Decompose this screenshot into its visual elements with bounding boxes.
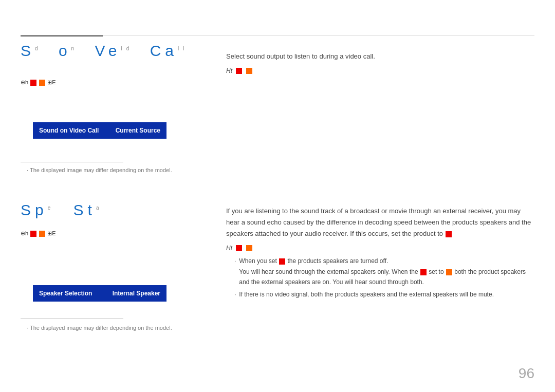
bullet-text-1: When you set the products speakers are t… xyxy=(239,256,534,287)
s1-icon-orange xyxy=(39,80,45,86)
section1-title-area: Sd on Veid Call xyxy=(21,42,189,59)
s1-icon-label: ⊕h xyxy=(21,79,28,86)
section2-title-area: Spe Sta xyxy=(21,201,103,218)
section2-right-panel: If you are listening to the sound track … xyxy=(226,206,534,302)
section2-bullet-list: ∙ When you set the products speakers are… xyxy=(234,256,534,300)
s2-desc-icon xyxy=(446,231,452,237)
page-number: 96 xyxy=(519,365,534,382)
section2-description: If you are listening to the sound track … xyxy=(226,206,534,239)
section1-menu-left: Sound on Video Call xyxy=(39,127,99,134)
section2-divider xyxy=(21,319,123,319)
bullet-text-2: If there is no video signal, both the pr… xyxy=(239,289,494,300)
section2-menu-left: Speaker Selection xyxy=(39,290,92,297)
section2-icon-row: ⊕h ⊞E xyxy=(21,230,55,237)
title2-char1: Spe xyxy=(21,201,54,218)
title1-char3: on xyxy=(59,42,78,59)
section2-hint-label: Ht xyxy=(226,245,232,252)
title1-char: Sd xyxy=(21,42,42,59)
s2-hint-icon2 xyxy=(246,245,252,251)
section1-hint-label: Ht xyxy=(226,67,232,74)
section1-menu-bar[interactable]: Sound on Video Call Current Source xyxy=(33,122,166,139)
section1-note: ∙ The displayed image may differ dependi… xyxy=(27,167,172,173)
s2-icon-label: ⊕h xyxy=(21,230,28,237)
s1-hint-icon2 xyxy=(246,68,252,74)
b1-icon3 xyxy=(446,269,452,275)
section1-icon-row: ⊕h ⊞E xyxy=(21,79,55,86)
section2-note: ∙ The displayed image may differ dependi… xyxy=(27,325,172,331)
section1-hint-row: Ht xyxy=(226,67,524,74)
title1-char5: Veid xyxy=(95,42,134,59)
page-container: Sd on Veid Call ⊕h ⊞E Sound on Video Cal… xyxy=(0,0,555,392)
section1-title: Sd on Veid Call xyxy=(21,42,189,59)
s1-hint-icon1 xyxy=(236,68,242,74)
b1-icon2 xyxy=(420,269,427,275)
bullet-dot-1: ∙ xyxy=(234,256,236,287)
bullet-item-1: ∙ When you set the products speakers are… xyxy=(234,256,534,287)
section2-menu-right: Internal Speaker xyxy=(113,290,160,297)
s2-icon-label2: ⊞E xyxy=(47,230,55,237)
title1-char7: Call xyxy=(150,42,189,59)
section1-right-panel: Select sound output to listen to during … xyxy=(226,51,524,74)
section1-description: Select sound output to listen to during … xyxy=(226,51,524,62)
bullet-item-2: ∙ If there is no video signal, both the … xyxy=(234,289,534,300)
section1-divider xyxy=(21,162,123,162)
bullet-dot-2: ∙ xyxy=(234,289,236,300)
s1-icon-label2: ⊞E xyxy=(47,79,55,86)
section2-hint-row: Ht xyxy=(226,245,534,252)
s2-hint-icon1 xyxy=(236,245,242,251)
title2-char3: Sta xyxy=(73,201,103,218)
s2-icon-orange xyxy=(39,231,45,237)
s2-icon-red xyxy=(30,231,36,237)
s1-icon-red xyxy=(30,80,36,86)
section2-title: Spe Sta xyxy=(21,201,103,218)
section1-menu-right: Current Source xyxy=(116,127,160,134)
b1-icon1 xyxy=(279,258,285,265)
top-rule xyxy=(21,35,534,35)
section2-menu-bar[interactable]: Speaker Selection Internal Speaker xyxy=(33,285,166,302)
